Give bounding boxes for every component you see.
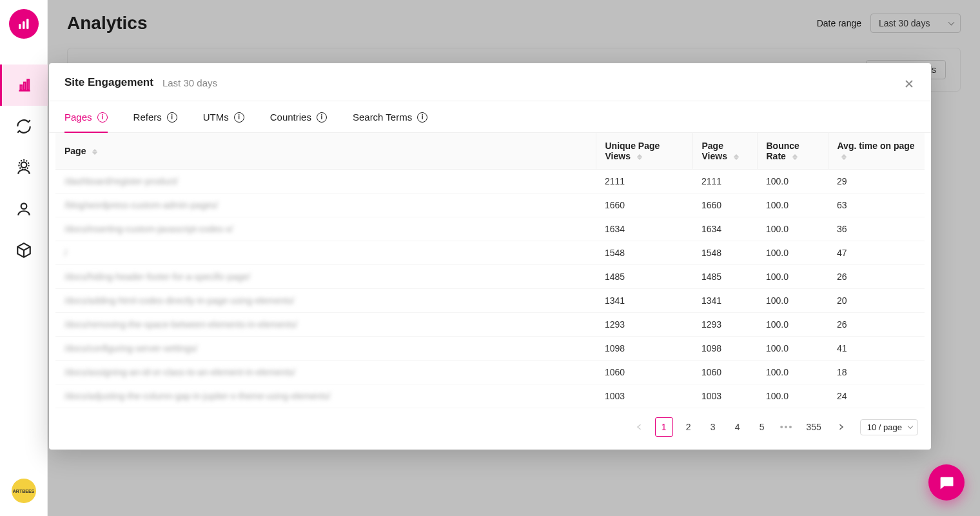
pagination: 1 2 3 4 5 ••• 355 10 / page [49, 408, 931, 450]
cell-page[interactable]: /docs/inserting-custom-javascript-codes-… [55, 217, 596, 241]
table-row: /docs/adding-html-codes-directly-in-page… [55, 289, 925, 313]
cell-page[interactable]: /docs/adding-html-codes-directly-in-page… [55, 289, 596, 313]
brand-logo[interactable] [9, 9, 39, 39]
nav-user[interactable] [0, 188, 48, 230]
nav-sync[interactable] [0, 106, 48, 147]
cell-unique-views: 1060 [596, 361, 692, 384]
cell-bounce-rate: 100.0 [757, 194, 828, 217]
cell-bounce-rate: 100.0 [757, 170, 828, 194]
info-icon[interactable]: i [417, 112, 427, 123]
sync-icon [15, 118, 32, 135]
pager-page-5[interactable]: 5 [753, 417, 771, 437]
brand-badge[interactable]: ARTBEES [12, 479, 36, 503]
chat-icon [937, 473, 956, 491]
cell-avg-time: 63 [828, 194, 925, 217]
table-row: /docs/hiding-header-footer-for-a-specifi… [55, 265, 925, 289]
cell-page[interactable]: /docs/adjusting-the-column-gap-in-jupite… [55, 384, 596, 408]
modal-subtitle: Last 30 days [162, 77, 217, 88]
cell-page-views: 1003 [692, 384, 757, 408]
sort-icon [734, 154, 739, 160]
modal-close-button[interactable] [900, 75, 918, 93]
tab-search-terms[interactable]: Search Terms i [353, 101, 427, 133]
cell-unique-views: 2111 [596, 170, 692, 194]
sort-icon [792, 154, 798, 160]
svg-point-7 [21, 162, 26, 168]
nav-analytics[interactable] [0, 64, 48, 106]
cell-page-views: 1548 [692, 241, 757, 265]
column-page-label: Page [64, 146, 86, 156]
column-avg-label: Avg. time on page [838, 141, 915, 151]
tab-countries-label: Countries [270, 112, 311, 123]
table-row: /docs/removing-the-space-between-element… [55, 313, 925, 337]
tab-countries[interactable]: Countries i [270, 101, 327, 133]
cell-page[interactable]: /docs/hiding-header-footer-for-a-specifi… [55, 265, 596, 289]
cell-page[interactable]: /docs/assigning-an-id-or-class-to-an-ele… [55, 361, 596, 384]
tab-utms-label: UTMs [203, 112, 229, 123]
cell-unique-views: 1548 [596, 241, 692, 265]
analytics-icon [16, 77, 33, 94]
column-page-views[interactable]: Page Views [692, 133, 757, 170]
pager-prev[interactable] [631, 417, 649, 437]
tab-search-terms-label: Search Terms [353, 112, 412, 123]
cell-page-views: 1293 [692, 313, 757, 337]
help-chat-button[interactable] [928, 464, 965, 501]
nav-user-settings[interactable] [0, 147, 48, 188]
cell-avg-time: 47 [828, 241, 925, 265]
svg-rect-1 [23, 21, 25, 29]
cell-page[interactable]: /docs/configuring-server-settings/ [55, 337, 596, 361]
table-row: /docs/adjusting-the-column-gap-in-jupite… [55, 384, 925, 408]
pager-ellipsis[interactable]: ••• [778, 422, 796, 432]
cell-bounce-rate: 100.0 [757, 337, 828, 361]
tab-pages-label: Pages [64, 112, 92, 123]
pager-page-last[interactable]: 355 [802, 417, 825, 437]
cell-avg-time: 24 [828, 384, 925, 408]
info-icon[interactable]: i [317, 112, 327, 123]
table-row: /docs/configuring-server-settings/109810… [55, 337, 925, 361]
info-icon[interactable]: i [97, 112, 108, 123]
column-page[interactable]: Page [55, 133, 596, 170]
cell-unique-views: 1003 [596, 384, 692, 408]
pager-page-3[interactable]: 3 [704, 417, 722, 437]
table-row: /blog/wordpress-custom-admin-pages/16601… [55, 194, 925, 217]
cell-bounce-rate: 100.0 [757, 384, 828, 408]
info-icon[interactable]: i [167, 112, 177, 123]
user-icon [15, 201, 32, 217]
column-bounce-rate[interactable]: Bounce Rate [757, 133, 828, 170]
info-icon[interactable]: i [234, 112, 244, 123]
page-size-select[interactable]: 10 / page [860, 419, 918, 435]
cell-page-views: 1060 [692, 361, 757, 384]
column-unique-page-views[interactable]: Unique Page Views [596, 133, 692, 170]
cell-page[interactable]: /dashboard/register-product/ [55, 170, 596, 194]
cell-page[interactable]: / [55, 241, 596, 265]
cell-unique-views: 1485 [596, 265, 692, 289]
nav-package[interactable] [0, 230, 48, 271]
pager-page-4[interactable]: 4 [729, 417, 747, 437]
modal-title: Site Engagement [64, 76, 153, 89]
tab-pages[interactable]: Pages i [64, 101, 108, 133]
cell-avg-time: 20 [828, 289, 925, 313]
tab-utms[interactable]: UTMs i [203, 101, 244, 133]
cell-page[interactable]: /docs/removing-the-space-between-element… [55, 313, 596, 337]
sort-icon [841, 154, 847, 160]
cell-avg-time: 41 [828, 337, 925, 361]
cell-page-views: 1634 [692, 217, 757, 241]
bar-chart-icon [16, 16, 32, 32]
sidebar: ARTBEES [0, 0, 48, 516]
column-avg-time[interactable]: Avg. time on page [828, 133, 925, 170]
tab-refers[interactable]: Refers i [133, 101, 177, 133]
cell-avg-time: 26 [828, 265, 925, 289]
chevron-left-icon [636, 423, 643, 431]
svg-rect-4 [24, 83, 26, 90]
pager-page-1[interactable]: 1 [655, 417, 673, 437]
modal-tabs: Pages i Refers i UTMs i Countries i Sear… [49, 101, 931, 133]
cell-unique-views: 1341 [596, 289, 692, 313]
pager-next[interactable] [832, 417, 850, 437]
svg-rect-3 [21, 85, 23, 90]
cell-page[interactable]: /blog/wordpress-custom-admin-pages/ [55, 194, 596, 217]
svg-rect-2 [26, 19, 29, 29]
cell-avg-time: 18 [828, 361, 925, 384]
table-row: /docs/inserting-custom-javascript-codes-… [55, 217, 925, 241]
cell-page-views: 1341 [692, 289, 757, 313]
table-row: /15481548100.047 [55, 241, 925, 265]
pager-page-2[interactable]: 2 [680, 417, 698, 437]
